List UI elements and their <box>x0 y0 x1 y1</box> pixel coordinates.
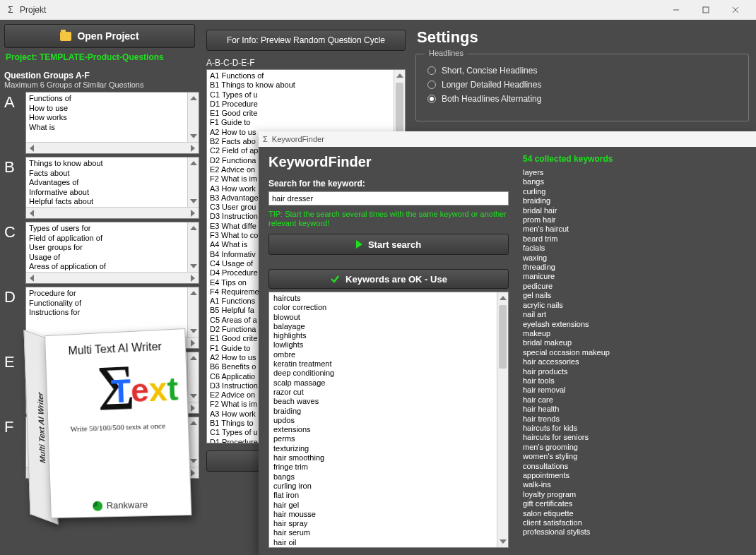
abc-label: A-B-C-D-E-F <box>206 58 406 68</box>
scroll-down-icon[interactable] <box>188 261 199 272</box>
scroll-right-icon[interactable] <box>187 273 199 283</box>
group-lines: Things to know about Facts about Advanta… <box>26 157 199 207</box>
scrollbar-horizontal[interactable] <box>26 207 199 218</box>
settings-title: Settings <box>417 28 749 47</box>
product-box-front: Multi Text AI Writer Σ Text Write 50/100… <box>45 328 191 518</box>
group-textarea-b[interactable]: Things to know about Facts about Advanta… <box>25 157 199 219</box>
scroll-up-icon[interactable] <box>497 292 508 304</box>
group-textarea-a[interactable]: Functions of How to use How works What i… <box>25 92 199 154</box>
scroll-left-icon[interactable] <box>26 143 37 153</box>
group-row-c: CTypes of users for Field of application… <box>4 222 199 284</box>
check-icon <box>330 274 340 284</box>
preview-cycle-label: For Info: Preview Random Question Cycle <box>227 35 385 45</box>
headline-option[interactable]: Both Headlines Alternating <box>427 94 737 104</box>
kw-left-lines: haircuts color correction blowout balaya… <box>269 292 508 548</box>
scrollbar-vertical[interactable] <box>187 157 199 207</box>
group-textarea-c[interactable]: Types of users for Field of application … <box>25 222 199 284</box>
scrollbar-vertical[interactable] <box>187 92 199 142</box>
product-brand: Rankware <box>51 499 191 513</box>
keywordfinder-window: Σ KeywordFinder KeywordFinder Search for… <box>259 131 756 555</box>
groups-sub: Maximum 6 Groups of Similar Questions <box>4 80 199 89</box>
play-icon <box>356 240 362 249</box>
scroll-down-icon[interactable] <box>188 131 199 142</box>
radio-icon <box>427 66 436 75</box>
scroll-thumb[interactable] <box>499 305 507 369</box>
group-lines: Types of users for Field of application … <box>26 222 199 272</box>
open-project-label: Open Project <box>77 30 138 42</box>
scroll-right-icon[interactable] <box>187 143 199 153</box>
headline-option[interactable]: Short, Concise Headlines <box>427 66 737 76</box>
minimize-button[interactable] <box>661 0 691 20</box>
headlines-fieldset: Headlines Short, Concise HeadlinesLonger… <box>415 54 749 121</box>
scroll-right-icon[interactable] <box>187 208 199 218</box>
scroll-left-icon[interactable] <box>26 273 37 283</box>
search-input[interactable] <box>268 191 509 205</box>
svg-rect-1 <box>703 7 709 13</box>
sigma-icon: Σ <box>6 5 16 15</box>
scroll-up-icon[interactable] <box>394 70 405 81</box>
headlines-legend: Headlines <box>425 49 468 57</box>
groups-header: Question Groups A-F <box>4 71 199 80</box>
kw-heading: KeywordFinder <box>268 154 509 170</box>
group-row-b: BThings to know about Facts about Advant… <box>4 157 199 219</box>
scroll-up-icon[interactable] <box>188 157 199 169</box>
kw-tip: TIP: Start the search several times with… <box>268 210 509 228</box>
kw-left-listbox[interactable]: haircuts color correction blowout balaya… <box>268 292 509 548</box>
keywords-ok-button[interactable]: Keywords are OK - Use <box>268 269 509 289</box>
window-titlebar: Σ Projekt <box>0 0 756 20</box>
kw-right-list[interactable]: layers bangs curling braiding bridal hai… <box>523 168 746 548</box>
group-letter: A <box>4 92 21 154</box>
scroll-up-icon[interactable] <box>188 287 199 299</box>
window-title: Projekt <box>20 5 46 15</box>
scroll-down-icon[interactable] <box>497 536 508 547</box>
product-box: Multi Text AI Writer Multi Text AI Write… <box>16 322 192 541</box>
scroll-up-icon[interactable] <box>188 222 199 234</box>
kw-search-label: Search for the keyword: <box>268 179 509 189</box>
keywords-ok-label: Keywords are OK - Use <box>345 274 447 285</box>
product-box-subtitle: Write 50/100/500 texts at once <box>70 422 165 434</box>
radio-label: Short, Concise Headlines <box>442 66 537 76</box>
start-search-button[interactable]: Start search <box>268 234 509 255</box>
headline-option[interactable]: Longer Detailed Headlines <box>427 80 737 90</box>
scroll-left-icon[interactable] <box>26 208 37 218</box>
group-row-a: AFunctions of How to use How works What … <box>4 92 199 154</box>
product-box-side-text: Multi Text AI Writer <box>35 390 46 465</box>
scroll-down-icon[interactable] <box>188 196 199 207</box>
start-search-label: Start search <box>368 239 421 250</box>
brand-label: Rankware <box>107 499 148 511</box>
preview-cycle-button[interactable]: For Info: Preview Random Question Cycle <box>206 30 406 51</box>
open-project-button[interactable]: Open Project <box>4 24 195 48</box>
brand-icon <box>93 501 102 511</box>
project-path-label: Project: TEMPLATE-Product-Questions <box>4 51 199 68</box>
kw-window-title: KeywordFinder <box>272 135 324 143</box>
radio-icon <box>427 80 436 89</box>
radio-icon <box>427 95 436 103</box>
text-logo: Text <box>110 369 179 410</box>
scrollbar-vertical[interactable] <box>187 222 199 272</box>
kw-titlebar: Σ KeywordFinder <box>259 131 756 147</box>
scrollbar-horizontal[interactable] <box>26 272 199 283</box>
scroll-up-icon[interactable] <box>188 92 199 104</box>
scrollbar-vertical[interactable] <box>497 292 508 547</box>
close-button[interactable] <box>721 0 750 20</box>
radio-label: Longer Detailed Headlines <box>442 80 541 90</box>
sigma-icon: Σ <box>263 135 268 143</box>
folder-icon <box>60 32 71 41</box>
scrollbar-horizontal[interactable] <box>26 142 199 153</box>
group-letter: B <box>4 157 21 219</box>
group-lines: Functions of How to use How works What i… <box>26 92 199 142</box>
radio-label: Both Headlines Alternating <box>442 94 541 104</box>
group-letter: C <box>4 222 21 284</box>
maximize-button[interactable] <box>691 0 721 20</box>
kw-collected-count: 54 collected keywords <box>523 154 746 164</box>
